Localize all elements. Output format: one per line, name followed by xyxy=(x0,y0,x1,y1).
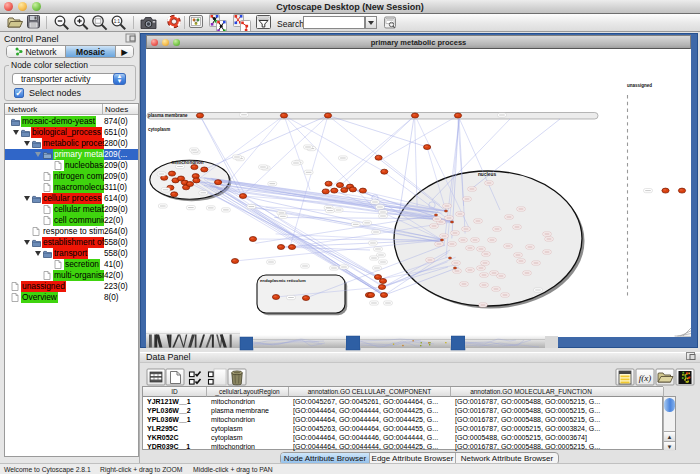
svg-text:cytoplasm: cytoplasm xyxy=(148,127,170,132)
svg-text:mitochondrion: mitochondrion xyxy=(172,160,204,165)
svg-text:endoplasmic reticulum: endoplasmic reticulum xyxy=(260,278,306,283)
svg-text:plasma membrane: plasma membrane xyxy=(148,113,188,118)
svg-text:unassigned: unassigned xyxy=(627,83,652,88)
svg-text:f(x): f(x) xyxy=(639,373,652,383)
svg-text:1:1: 1:1 xyxy=(114,19,121,24)
